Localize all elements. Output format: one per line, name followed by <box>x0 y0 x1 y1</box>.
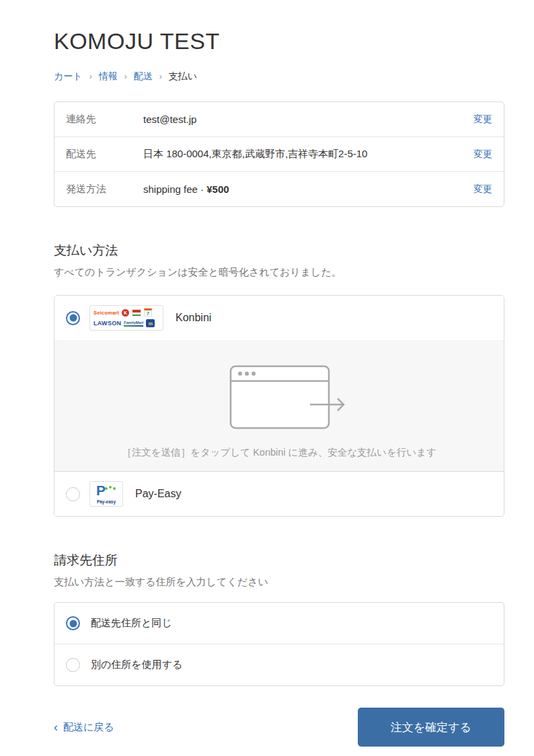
payeasy-logo-text: Pay-easy <box>90 499 122 504</box>
payeasy-logo-dot-icon <box>113 487 116 490</box>
payment-method-konbini-row[interactable]: Seicomart K 7 LAWSON FamilyMart m Konbin… <box>54 296 504 340</box>
ship-to-value: 日本 180-0004,東京都,武蔵野市,吉祥寺本町2-5-10 <box>143 148 473 161</box>
summary-row-contact: 連絡先 test@test.jp 変更 <box>54 102 504 136</box>
breadcrumb-separator-icon: › <box>159 72 162 81</box>
konbini-method-label: Konbini <box>176 312 211 324</box>
ship-to-label: 配送先 <box>66 148 143 161</box>
billing-section-heading: 請求先住所 <box>54 552 504 569</box>
checkout-footer: ‹ 配送に戻る 注文を確定する <box>54 708 504 747</box>
checkout-page: KOMOJU TEST カート › 情報 › 配送 › 支払い 連絡先 test… <box>0 0 534 756</box>
circle-k-logo-icon: K <box>122 309 129 317</box>
billing-address-card: 配送先住所と同じ 別の住所を使用する <box>54 602 504 686</box>
payment-method-payeasy-row[interactable]: P Pay-easy Pay-Easy <box>54 471 504 516</box>
lawson-logo: LAWSON <box>93 320 121 327</box>
back-to-shipping-link[interactable]: ‹ 配送に戻る <box>54 721 114 734</box>
sunkus-logo-icon <box>132 309 141 317</box>
change-ship-to-link[interactable]: 変更 <box>473 149 492 161</box>
contact-value: test@test.jp <box>143 114 473 125</box>
change-contact-link[interactable]: 変更 <box>473 114 492 126</box>
billing-option-different-address[interactable]: 別の住所を使用する <box>54 644 504 685</box>
confirm-order-button[interactable]: 注文を確定する <box>358 708 504 747</box>
konbini-brands-logo: Seicomart K 7 LAWSON FamilyMart m <box>89 305 163 331</box>
breadcrumb-shipping[interactable]: 配送 <box>134 71 153 83</box>
payeasy-logo-p: P <box>96 482 106 499</box>
payeasy-logo-dot-icon <box>109 486 112 489</box>
seven-eleven-logo-icon: 7 <box>144 308 152 317</box>
konbini-radio[interactable] <box>66 311 80 325</box>
seicomart-logo: Seicomart <box>93 310 119 316</box>
shipping-method-label: 発送方法 <box>66 183 143 196</box>
same-address-radio[interactable] <box>66 616 80 630</box>
breadcrumb: カート › 情報 › 配送 › 支払い <box>54 71 504 83</box>
payment-methods-card: Seicomart K 7 LAWSON FamilyMart m Konbin… <box>54 295 504 517</box>
ministop-logo-icon: m <box>146 319 155 327</box>
familymart-logo: FamilyMart <box>124 321 143 327</box>
breadcrumb-separator-icon: › <box>89 72 92 81</box>
browser-redirect-illustration-icon <box>205 363 353 435</box>
summary-row-ship-to: 配送先 日本 180-0004,東京都,武蔵野市,吉祥寺本町2-5-10 変更 <box>54 136 504 171</box>
back-to-shipping-label: 配送に戻る <box>63 721 114 734</box>
billing-option-same-address[interactable]: 配送先住所と同じ <box>54 603 504 644</box>
breadcrumb-cart[interactable]: カート <box>54 71 83 83</box>
breadcrumb-payment-current: 支払い <box>169 71 197 83</box>
payment-section-subheading: すべてのトランザクションは安全と暗号化されておりました。 <box>54 266 504 279</box>
konbini-redirect-panel: ［注文を送信］をタップして Konbini に進み、安全な支払いを行います <box>54 340 504 471</box>
chevron-left-icon: ‹ <box>54 721 58 733</box>
breadcrumb-separator-icon: › <box>124 72 127 81</box>
different-address-radio[interactable] <box>66 658 80 672</box>
shipping-method-value: shipping fee · ¥500 <box>143 183 473 195</box>
payeasy-radio[interactable] <box>66 487 80 501</box>
page-title: KOMOJU TEST <box>54 28 504 54</box>
shipping-method-price: ¥500 <box>206 183 229 195</box>
breadcrumb-information[interactable]: 情報 <box>99 71 118 83</box>
payeasy-logo: P Pay-easy <box>89 481 123 507</box>
payment-section-heading: 支払い方法 <box>54 242 504 259</box>
payeasy-logo-dot-icon <box>105 487 108 490</box>
summary-row-shipping-method: 発送方法 shipping fee · ¥500 変更 <box>54 171 504 206</box>
contact-label: 連絡先 <box>66 113 143 126</box>
payeasy-method-label: Pay-Easy <box>135 488 181 500</box>
konbini-redirect-note: ［注文を送信］をタップして Konbini に進み、安全な支払いを行います <box>68 446 490 459</box>
shipping-method-name: shipping fee · <box>143 183 206 195</box>
different-address-label: 別の住所を使用する <box>91 659 182 671</box>
same-address-label: 配送先住所と同じ <box>91 617 172 630</box>
order-summary-card: 連絡先 test@test.jp 変更 配送先 日本 180-0004,東京都,… <box>54 101 504 207</box>
change-shipping-method-link[interactable]: 変更 <box>473 183 492 196</box>
billing-section-subheading: 支払い方法と一致する住所を入力してください <box>54 576 504 589</box>
